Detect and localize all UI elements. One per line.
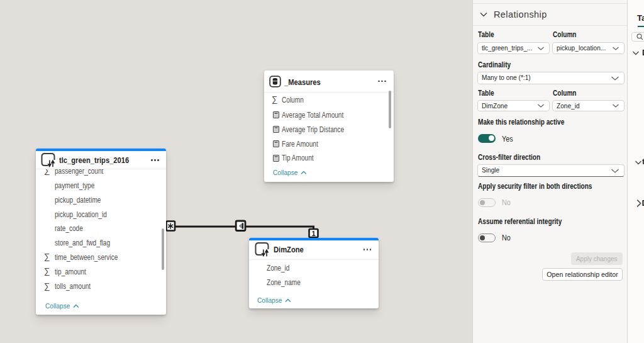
svg-text:1: 1	[311, 230, 315, 237]
